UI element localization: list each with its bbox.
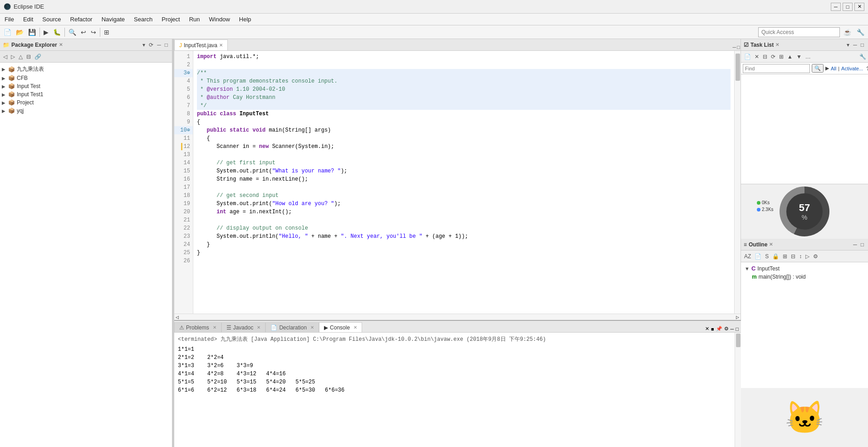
console-line-2: 2*1=2 2*2=4 <box>178 354 731 362</box>
pe-collapse-all[interactable]: ⊟ <box>25 53 32 60</box>
editor-scrollbar-v[interactable] <box>734 51 740 314</box>
pe-sync[interactable]: ⟳ <box>147 41 155 49</box>
tl-maximize[interactable]: □ <box>859 41 865 49</box>
menu-project[interactable]: Project <box>157 15 184 24</box>
outline-sync[interactable]: ↕ <box>798 253 803 260</box>
pe-forward[interactable]: ▷ <box>10 53 16 60</box>
pe-up[interactable]: △ <box>17 53 24 60</box>
tree-item-yqj[interactable]: ▶ 📦 yqj <box>0 107 172 115</box>
task-find-input[interactable] <box>743 64 810 73</box>
close-button[interactable]: ✕ <box>854 3 864 11</box>
outline-more[interactable]: ▷ <box>804 253 811 260</box>
tl-refresh[interactable]: ⟳ <box>770 53 777 60</box>
title-bar-controls[interactable]: ─ □ ✕ <box>831 3 864 11</box>
outline-hide-static[interactable]: S <box>764 253 770 260</box>
tl-menu[interactable]: ▾ <box>845 41 851 49</box>
pe-minimize[interactable]: ─ <box>156 41 162 49</box>
code-content[interactable]: import java.util.*; /** * This program d… <box>193 51 734 314</box>
editor-maximize[interactable]: □ <box>736 44 740 50</box>
tree-item-inputtest[interactable]: ▶ 📦 Input Test <box>0 82 172 90</box>
pe-collapse[interactable]: ▾ <box>141 41 147 49</box>
editor-tab-close-icon[interactable]: ✕ <box>219 43 223 48</box>
outline-settings[interactable]: ⚙ <box>812 253 819 260</box>
tl-priority-up[interactable]: ▲ <box>786 53 794 60</box>
tree-item-cfb[interactable]: ▶ 📦 CFB <box>0 74 172 82</box>
tb-save[interactable]: 💾 <box>26 27 38 38</box>
menu-source[interactable]: Source <box>38 15 65 24</box>
tb-open[interactable]: 📂 <box>14 27 25 38</box>
console-clear[interactable]: ✕ <box>705 325 710 332</box>
tab-close-console[interactable]: ✕ <box>353 325 357 330</box>
menu-run[interactable]: Run <box>185 15 205 24</box>
filter-help[interactable]: ? <box>865 65 868 72</box>
app-title: Eclipse IDE <box>14 3 44 10</box>
tl-more[interactable]: … <box>804 53 812 60</box>
java-file-icon: J <box>179 42 182 49</box>
tl-filter[interactable]: ⊟ <box>761 53 769 60</box>
editor-minimize[interactable]: ─ <box>732 44 737 50</box>
tl-priority-down[interactable]: ▼ <box>795 53 803 60</box>
tl-delete[interactable]: ✕ <box>753 53 760 60</box>
h-scroll-right[interactable]: ▷ <box>735 315 740 319</box>
editor-scroll-thumb[interactable] <box>736 54 740 81</box>
filter-activate-link[interactable]: Activate... <box>841 66 863 71</box>
outline-maximize[interactable]: □ <box>859 241 865 248</box>
tab-close-problems[interactable]: ✕ <box>213 325 216 330</box>
find-button[interactable]: 🔍 <box>812 64 824 73</box>
tl-minimize[interactable]: ─ <box>852 41 858 49</box>
outline-sort[interactable]: AZ <box>743 253 752 260</box>
tree-item-inputtest1[interactable]: ▶ 📦 Input Test1 <box>0 90 172 98</box>
console-scrollbar[interactable] <box>735 333 741 447</box>
tb-redo[interactable]: ↪ <box>89 27 98 38</box>
menu-window[interactable]: Window <box>205 15 235 24</box>
maximize-button[interactable]: □ <box>843 3 853 11</box>
tree-item-jiujiu[interactable]: ▶ 📦 九九乘法表 <box>0 64 172 74</box>
tb-search[interactable]: 🔍 <box>67 27 78 38</box>
tree-item-project[interactable]: ▶ 📦 Project <box>0 98 172 107</box>
tab-console[interactable]: ▶ Console ✕ <box>319 322 362 332</box>
tb-run[interactable]: ▶ <box>42 27 50 38</box>
tab-close-declaration[interactable]: ✕ <box>310 325 314 330</box>
menu-refactor[interactable]: Refactor <box>66 15 97 24</box>
h-scroll-track[interactable] <box>180 314 735 320</box>
menu-edit[interactable]: Edit <box>19 15 38 24</box>
tb-perspective[interactable]: ⊞ <box>102 27 111 38</box>
console-terminate[interactable]: ■ <box>711 326 715 332</box>
perspective-java[interactable]: ☕ <box>842 27 853 38</box>
outline-method-item[interactable]: m main(String[]) : void <box>743 273 866 281</box>
bottom-maximize[interactable]: □ <box>735 326 739 332</box>
outline-hide-fields[interactable]: 📄 <box>753 253 763 260</box>
console-scroll-thumb[interactable] <box>736 334 740 347</box>
tl-new[interactable]: 📄 <box>743 53 752 60</box>
outline-expand[interactable]: ⊞ <box>781 253 789 260</box>
menu-file[interactable]: File <box>0 15 19 24</box>
filter-all-link[interactable]: All <box>831 66 836 71</box>
menu-search[interactable]: Search <box>129 15 157 24</box>
outline-minimize[interactable]: ─ <box>852 241 858 248</box>
pe-link[interactable]: 🔗 <box>33 53 43 60</box>
tab-javadoc[interactable]: ☰ Javadoc ✕ <box>221 322 266 332</box>
perspective-debug[interactable]: 🔧 <box>855 27 866 38</box>
tab-problems[interactable]: ⚠ Problems ✕ <box>174 322 221 332</box>
bottom-minimize[interactable]: ─ <box>730 326 735 332</box>
pe-back[interactable]: ◁ <box>2 53 9 60</box>
outline-hide-nonpublic[interactable]: 🔒 <box>771 253 780 260</box>
tb-undo[interactable]: ↩ <box>79 27 88 38</box>
tb-debug[interactable]: 🐛 <box>51 27 63 38</box>
tab-declaration[interactable]: 📄 Declaration ✕ <box>265 322 319 332</box>
code-line-1: import java.util.*; <box>197 53 731 61</box>
outline-class-item[interactable]: ▼ C InputTest <box>743 264 866 273</box>
quick-access-input[interactable] <box>758 27 840 37</box>
menu-navigate[interactable]: Navigate <box>97 15 129 24</box>
h-scroll-left[interactable]: ◁ <box>174 315 180 319</box>
console-settings[interactable]: ⚙ <box>724 325 729 332</box>
editor-tab-inputtest[interactable]: J InputTest.java ✕ <box>174 39 228 50</box>
tl-collapse[interactable]: ⊞ <box>778 53 785 60</box>
minimize-button[interactable]: ─ <box>831 3 841 11</box>
console-pin[interactable]: 📌 <box>716 325 723 332</box>
tb-new[interactable]: 📄 <box>2 27 13 38</box>
pe-maximize[interactable]: □ <box>163 41 169 49</box>
outline-collapse[interactable]: ⊟ <box>790 253 797 260</box>
menu-help[interactable]: Help <box>235 15 256 24</box>
tab-close-javadoc[interactable]: ✕ <box>257 325 260 330</box>
